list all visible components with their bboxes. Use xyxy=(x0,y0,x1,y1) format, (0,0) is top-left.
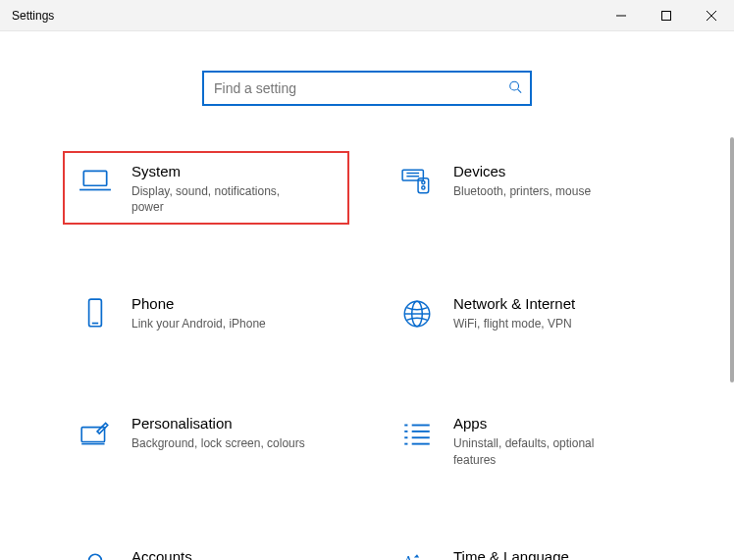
svg-line-5 xyxy=(518,89,522,93)
svg-point-4 xyxy=(510,81,519,90)
tile-body: Devices Bluetooth, printers, mouse xyxy=(453,161,659,199)
language-icon: A 字 xyxy=(396,546,438,560)
laptop-icon xyxy=(75,161,116,202)
tile-network[interactable]: Network & Internet WiFi, flight mode, VP… xyxy=(385,283,671,344)
tile-subtitle: Background, lock screen, colours xyxy=(131,435,308,451)
close-button[interactable] xyxy=(689,0,734,30)
window-title: Settings xyxy=(12,9,54,23)
scrollbar-thumb[interactable] xyxy=(730,137,734,382)
tile-body: Network & Internet WiFi, flight mode, VP… xyxy=(453,293,659,331)
window-controls xyxy=(599,0,734,30)
tile-body: Personalisation Background, lock screen,… xyxy=(131,413,338,451)
svg-rect-19 xyxy=(81,428,104,442)
settings-grid: System Display, sound, notifications, po… xyxy=(63,151,671,560)
tile-devices[interactable]: Devices Bluetooth, printers, mouse xyxy=(385,151,671,225)
svg-rect-6 xyxy=(83,171,106,185)
svg-point-29 xyxy=(89,554,102,560)
tile-title: Personalisation xyxy=(131,415,338,432)
person-icon xyxy=(75,546,116,560)
search-icon xyxy=(508,80,522,97)
tile-title: Apps xyxy=(453,415,659,432)
tile-accounts[interactable]: Accounts Your accounts, email, sync, wor… xyxy=(63,536,349,560)
tile-personalisation[interactable]: Personalisation Background, lock screen,… xyxy=(63,403,349,477)
tile-title: Phone xyxy=(131,295,338,312)
tile-title: Accounts xyxy=(131,548,338,560)
minimize-button[interactable] xyxy=(599,0,644,30)
tile-body: Time & Language Speech, region, date xyxy=(453,546,659,560)
tile-subtitle: Link your Android, iPhone xyxy=(131,316,308,331)
svg-rect-1 xyxy=(662,11,671,20)
tile-phone[interactable]: Phone Link your Android, iPhone xyxy=(63,283,349,344)
svg-rect-14 xyxy=(89,300,102,328)
tile-body: Phone Link your Android, iPhone xyxy=(131,293,338,331)
content-area: System Display, sound, notifications, po… xyxy=(0,31,734,560)
tile-subtitle: WiFi, flight mode, VPN xyxy=(453,316,630,331)
maximize-button[interactable] xyxy=(644,0,689,30)
svg-point-12 xyxy=(422,180,425,183)
tile-title: Devices xyxy=(453,163,659,179)
tile-title: System xyxy=(131,163,338,179)
tile-subtitle: Display, sound, notifications, power xyxy=(131,183,308,215)
tile-system[interactable]: System Display, sound, notifications, po… xyxy=(63,151,349,225)
globe-icon xyxy=(396,293,438,334)
search-wrap xyxy=(202,71,532,106)
svg-point-13 xyxy=(422,186,425,189)
tile-body: Apps Uninstall, defaults, optional featu… xyxy=(453,413,659,467)
apps-list-icon xyxy=(396,413,438,454)
svg-text:A: A xyxy=(403,554,413,560)
tile-subtitle: Bluetooth, printers, mouse xyxy=(453,183,630,199)
titlebar: Settings xyxy=(0,0,734,31)
tile-title: Network & Internet xyxy=(453,295,659,312)
devices-icon xyxy=(396,161,438,202)
tile-title: Time & Language xyxy=(453,548,659,560)
tile-subtitle: Uninstall, defaults, optional features xyxy=(453,435,630,467)
tile-apps[interactable]: Apps Uninstall, defaults, optional featu… xyxy=(385,403,671,477)
tile-time-language[interactable]: A 字 Time & Language Speech, region, date xyxy=(385,536,671,560)
tile-body: System Display, sound, notifications, po… xyxy=(131,161,338,215)
search-input[interactable] xyxy=(202,71,532,106)
paint-icon xyxy=(75,413,116,454)
phone-icon xyxy=(75,293,116,334)
tile-body: Accounts Your accounts, email, sync, wor… xyxy=(131,546,338,560)
